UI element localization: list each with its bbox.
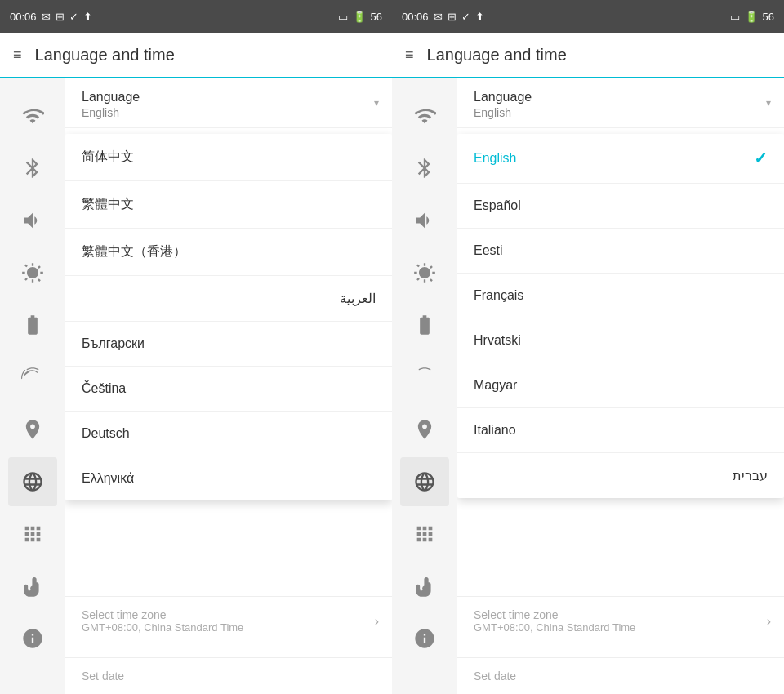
lang-item-hebrew[interactable]: עברית: [457, 453, 784, 498]
battery-icon-left: 🔋: [353, 11, 366, 23]
msg-icon-right: ✉: [434, 11, 443, 23]
time-right: 00:06: [402, 11, 429, 23]
sidebar-globe-left[interactable]: [8, 457, 57, 506]
sidebar-volume-left[interactable]: [8, 196, 57, 245]
sidebar-info-right[interactable]: [400, 614, 449, 663]
lang-item-bulgarian[interactable]: Български: [65, 322, 392, 367]
sidebar-apps-left[interactable]: [8, 509, 57, 558]
timezone-row-right[interactable]: Select time zone GMT+08:00, China Standa…: [457, 596, 784, 645]
sidebar-brightness-right[interactable]: [400, 248, 449, 297]
title-bar-right: ≡ Language and time: [392, 33, 784, 78]
language-row-right[interactable]: Language English ▾: [457, 78, 784, 128]
language-title-left: Language: [82, 90, 376, 105]
timezone-arrow-right: ›: [767, 614, 771, 629]
page-title-right: Language and time: [427, 46, 567, 65]
lang-item-arabic[interactable]: العربية: [65, 276, 392, 322]
sidebar-bluetooth-right[interactable]: [400, 144, 449, 193]
settings-list-left: Language English ▾ 简体中文 繁體中文 繁體中文（香港） ال…: [65, 78, 392, 694]
language-arrow-left: ▾: [374, 97, 379, 109]
setdate-row-right[interactable]: Set date: [457, 657, 784, 694]
status-bar-right: 00:06 ✉ ⊞ ✓ ⬆ ▭ 🔋 56: [392, 0, 784, 33]
timezone-value-right: GMT+08:00, China Standard Time: [474, 621, 768, 634]
sidebar-left: [0, 78, 65, 694]
status-bar-left: 00:06 ✉ ⊞ ✓ ⬆ ▭ 🔋 56: [0, 0, 392, 33]
lang-item-hrvatski[interactable]: Hrvatski: [457, 318, 784, 363]
sidebar-volume-right[interactable]: [400, 196, 449, 245]
checkmark-icon: ✓: [754, 149, 768, 168]
sidebar-battery-left[interactable]: [8, 300, 57, 349]
lang-label-hrvatski: Hrvatski: [474, 333, 521, 348]
upload-icon-left: ⬆: [83, 11, 92, 23]
battery-text-left: 56: [371, 11, 382, 23]
battery-icon-right: 🔋: [745, 11, 758, 23]
lang-item-german[interactable]: Deutsch: [65, 412, 392, 456]
signal-icon-right: ▭: [730, 11, 740, 23]
sidebar-brightness-left[interactable]: [8, 248, 57, 297]
language-value-right: English: [474, 106, 768, 119]
check-icon-right: ✓: [461, 11, 470, 23]
img-icon-left: ⊞: [56, 11, 65, 23]
lang-label-hebrew: עברית: [733, 468, 768, 483]
language-title-right: Language: [474, 90, 768, 105]
right-panel: 00:06 ✉ ⊞ ✓ ⬆ ▭ 🔋 56 ≡ Language and time: [392, 0, 784, 694]
sidebar-cursor-right[interactable]: [400, 562, 449, 611]
sidebar-apps-right[interactable]: [400, 509, 449, 558]
sidebar-location-right[interactable]: [400, 405, 449, 454]
menu-icon-right[interactable]: ≡: [405, 47, 414, 64]
status-time-right: 00:06 ✉ ⊞ ✓ ⬆: [402, 11, 484, 23]
main-content-right: Language English ▾ English ✓ Español Ees…: [392, 78, 784, 694]
page-title-left: Language and time: [35, 46, 175, 65]
img-icon-right: ⊞: [448, 11, 457, 23]
status-time-left: 00:06 ✉ ⊞ ✓ ⬆: [10, 11, 92, 23]
lang-item-eesti[interactable]: Eesti: [457, 229, 784, 274]
setdate-title-right: Set date: [474, 670, 768, 683]
timezone-title-right: Select time zone: [474, 608, 768, 621]
sidebar-wifi-left[interactable]: [8, 91, 57, 140]
check-icon-left: ✓: [69, 11, 78, 23]
setdate-title-left: Set date: [82, 670, 376, 683]
lang-label-english: English: [474, 151, 516, 166]
lang-item-english[interactable]: English ✓: [457, 134, 784, 184]
dropdown-left: 简体中文 繁體中文 繁體中文（香港） العربية Български Češ…: [65, 134, 392, 500]
sidebar-cursor-left[interactable]: [8, 562, 57, 611]
sidebar-battery-right[interactable]: [400, 300, 449, 349]
sidebar-fingerprint-left[interactable]: [8, 353, 57, 402]
sidebar-bluetooth-left[interactable]: [8, 144, 57, 193]
lang-item-simplified-chinese[interactable]: 简体中文: [65, 134, 392, 181]
menu-icon-left[interactable]: ≡: [13, 47, 22, 64]
sidebar-right: [392, 78, 457, 694]
timezone-title-left: Select time zone: [82, 608, 376, 621]
lang-item-greek[interactable]: Ελληνικά: [65, 456, 392, 500]
dropdown-right: English ✓ Español Eesti Français Hrvatsk…: [457, 134, 784, 498]
sidebar-info-left[interactable]: [8, 614, 57, 663]
language-arrow-right: ▾: [766, 97, 771, 109]
lang-item-francais[interactable]: Français: [457, 274, 784, 318]
battery-text-right: 56: [763, 11, 774, 23]
lang-label-espanol: Español: [474, 198, 521, 213]
timezone-value-left: GMT+08:00, China Standard Time: [82, 621, 376, 634]
language-row-left[interactable]: Language English ▾: [65, 78, 392, 128]
lang-label-eesti: Eesti: [474, 243, 503, 258]
lang-label-francais: Français: [474, 288, 523, 303]
sidebar-location-left[interactable]: [8, 405, 57, 454]
lang-item-czech[interactable]: Čeština: [65, 367, 392, 412]
lang-label-italiano: Italiano: [474, 423, 516, 438]
lang-label-magyar: Magyar: [474, 378, 517, 393]
setdate-row-left[interactable]: Set date: [65, 657, 392, 694]
lang-item-magyar[interactable]: Magyar: [457, 363, 784, 408]
lang-item-traditional-chinese[interactable]: 繁體中文: [65, 181, 392, 229]
signal-icon-left: ▭: [338, 11, 348, 23]
language-value-left: English: [82, 106, 376, 119]
status-right-left: ▭ 🔋 56: [338, 11, 382, 23]
title-bar-left: ≡ Language and time: [0, 33, 392, 78]
sidebar-wifi-right[interactable]: [400, 91, 449, 140]
sidebar-globe-right[interactable]: [400, 457, 449, 506]
lang-item-espanol[interactable]: Español: [457, 184, 784, 229]
lang-item-traditional-chinese-hk[interactable]: 繁體中文（香港）: [65, 229, 392, 276]
lang-item-italiano[interactable]: Italiano: [457, 408, 784, 453]
sidebar-fingerprint-right[interactable]: [400, 353, 449, 402]
time-left: 00:06: [10, 11, 37, 23]
settings-list-right: Language English ▾ English ✓ Español Ees…: [457, 78, 784, 694]
timezone-row-left[interactable]: Select time zone GMT+08:00, China Standa…: [65, 596, 392, 645]
msg-icon-left: ✉: [42, 11, 51, 23]
